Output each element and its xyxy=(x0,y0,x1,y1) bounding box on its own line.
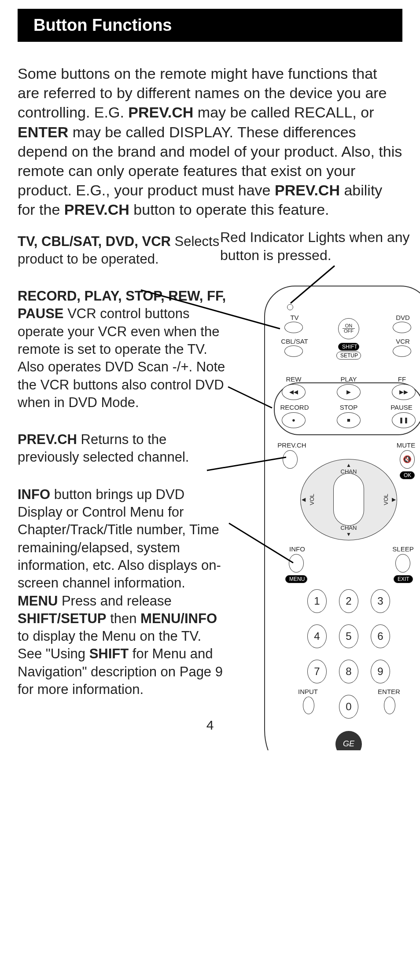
num-3: 3 xyxy=(371,589,390,613)
off-label: OFF xyxy=(344,329,354,334)
chevron-right-icon: ▶ xyxy=(392,496,396,503)
setup-label: SETUP xyxy=(336,352,361,360)
tv-label: TV xyxy=(279,314,310,321)
num-7: 7 xyxy=(307,660,327,683)
transport-body: VCR control buttons operate your VCR eve… xyxy=(18,306,225,410)
prevch-button xyxy=(283,450,298,469)
vol-left-label: VOL xyxy=(309,494,315,505)
num-0: 0 xyxy=(339,695,358,719)
num-5: 5 xyxy=(339,624,358,648)
vol-right-label: VOL xyxy=(382,494,389,505)
cblsat-button xyxy=(284,345,303,357)
num-2: 2 xyxy=(339,589,358,613)
nav-center xyxy=(333,473,364,526)
exit-label: EXIT xyxy=(394,575,413,583)
intro-paragraph: Some buttons on the remote might have fu… xyxy=(18,64,402,220)
chan-down-label: CHAN xyxy=(341,525,357,531)
nav-cluster: CHAN ▲ CHAN ▼ VOL ◀ VOL ▶ xyxy=(300,459,397,540)
dvd-button xyxy=(393,322,411,333)
tv-button xyxy=(284,322,303,333)
num-8: 8 xyxy=(339,660,358,683)
info-menu-callout: INFO button brings up DVD Display or Con… xyxy=(18,486,227,699)
mute-label: MUTE xyxy=(393,441,419,449)
mute-button: 🔇 xyxy=(400,450,415,469)
record-button: ● xyxy=(282,412,306,428)
transport-callout: RECORD, PLAY, STOP, REW, FF, PAUSE VCR c… xyxy=(18,287,227,411)
device-select-callout: TV, CBL/SAT, DVD, VCR Selects product to… xyxy=(18,233,227,268)
red-indicator-text: Red Indicator Lights when any button is … xyxy=(220,229,409,264)
rew-label: REW xyxy=(283,375,305,383)
ff-label: FF xyxy=(391,375,413,383)
vcr-label: VCR xyxy=(387,338,418,345)
power-button: ON OFF xyxy=(338,318,359,339)
num-4: 4 xyxy=(307,624,327,648)
record-label: RECORD xyxy=(279,404,310,411)
prevch-callout: PREV.CH Returns to the previously select… xyxy=(18,431,227,466)
prevch-head: PREV.CH xyxy=(18,432,77,447)
sleep-label: SLEEP xyxy=(391,545,415,553)
ge-logo-icon: GE xyxy=(335,731,362,751)
pause-button: ❚❚ xyxy=(392,412,416,428)
num-1: 1 xyxy=(307,589,327,613)
on-label: ON xyxy=(345,323,353,328)
shift-label: SHIFT xyxy=(338,343,359,351)
device-select-head: TV, CBL/SAT, DVD, VCR xyxy=(18,234,171,249)
chevron-up-icon: ▲ xyxy=(346,462,351,468)
section-title: Button Functions xyxy=(33,16,172,34)
info-label: INFO xyxy=(286,545,308,553)
ff-button: ▶▶ xyxy=(392,384,416,400)
play-label: PLAY xyxy=(335,375,362,383)
red-indicator-callout: Red Indicator Lights when any button is … xyxy=(220,228,416,265)
chan-up-label: CHAN xyxy=(341,468,357,475)
cblsat-label: CBL/SAT xyxy=(279,338,310,345)
num-9: 9 xyxy=(371,660,390,683)
indicator-led-icon xyxy=(287,304,293,310)
section-title-bar: Button Functions xyxy=(18,9,402,42)
stop-label: STOP xyxy=(335,404,362,411)
enter-label: ENTER xyxy=(377,688,401,695)
enter-button xyxy=(384,697,395,714)
left-column: TV, CBL/SAT, DVD, VCR Selects product to… xyxy=(18,233,227,699)
rew-button: ◀◀ xyxy=(282,384,306,400)
input-button xyxy=(303,697,314,714)
stop-button: ■ xyxy=(337,412,361,428)
ok-label: OK xyxy=(400,471,415,479)
dvd-label: DVD xyxy=(387,314,418,321)
menu-label: MENU xyxy=(285,575,307,583)
input-label: INPUT xyxy=(296,688,320,695)
pause-label: PAUSE xyxy=(388,404,415,411)
play-button: ▶ xyxy=(337,384,361,400)
remote-diagram: TV DVD CBL/SAT VCR ON OFF SHIFT SETUP RE… xyxy=(264,286,420,751)
chevron-left-icon: ◀ xyxy=(302,496,306,503)
info-button xyxy=(289,554,304,573)
num-6: 6 xyxy=(371,624,390,648)
chevron-down-icon: ▼ xyxy=(346,531,351,537)
content-columns: Red Indicator Lights when any button is … xyxy=(18,233,402,699)
vcr-button xyxy=(393,345,411,357)
prevch-label: PREV.CH xyxy=(276,441,307,449)
sleep-button xyxy=(395,554,410,573)
